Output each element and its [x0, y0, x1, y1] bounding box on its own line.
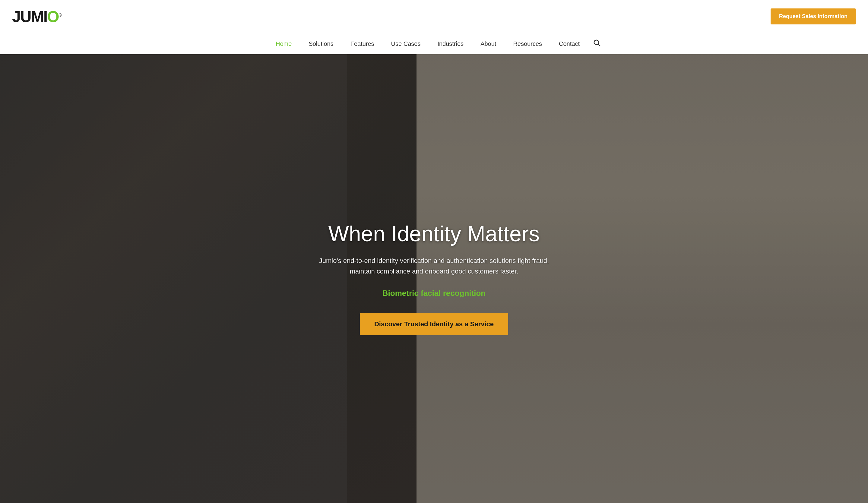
- nav-list: Home Solutions Features Use Cases Indust…: [267, 33, 588, 54]
- nav-item-home[interactable]: Home: [267, 33, 300, 54]
- request-sales-button[interactable]: Request Sales Information: [771, 9, 856, 24]
- nav-link-industries[interactable]: Industries: [429, 33, 472, 54]
- nav-item-contact[interactable]: Contact: [550, 33, 588, 54]
- hero-title: When Identity Matters: [310, 222, 558, 246]
- nav-link-resources[interactable]: Resources: [505, 33, 550, 54]
- hero-content: When Identity Matters Jumio's end-to-end…: [298, 222, 570, 336]
- search-icon[interactable]: [593, 39, 601, 49]
- nav-link-features[interactable]: Features: [342, 33, 383, 54]
- nav-item-industries[interactable]: Industries: [429, 33, 472, 54]
- nav-link-about[interactable]: About: [472, 33, 505, 54]
- nav-item-solutions[interactable]: Solutions: [300, 33, 342, 54]
- nav-item-resources[interactable]: Resources: [505, 33, 550, 54]
- svg-point-0: [594, 40, 599, 45]
- nav-item-features[interactable]: Features: [342, 33, 383, 54]
- nav-link-solutions[interactable]: Solutions: [300, 33, 342, 54]
- hero-cta-button[interactable]: Discover Trusted Identity as a Service: [360, 313, 508, 335]
- nav-link-contact[interactable]: Contact: [550, 33, 588, 54]
- main-nav: Home Solutions Features Use Cases Indust…: [0, 33, 868, 54]
- site-header: JUMIO® Request Sales Information: [0, 0, 868, 33]
- svg-line-1: [598, 44, 600, 46]
- hero-section: When Identity Matters Jumio's end-to-end…: [0, 54, 868, 503]
- header-right: Request Sales Information: [771, 9, 856, 24]
- hero-subtitle: Jumio's end-to-end identity verification…: [310, 255, 558, 276]
- nav-link-home[interactable]: Home: [267, 33, 300, 54]
- nav-link-use-cases[interactable]: Use Cases: [383, 33, 429, 54]
- nav-item-about[interactable]: About: [472, 33, 505, 54]
- nav-item-use-cases[interactable]: Use Cases: [383, 33, 429, 54]
- hero-feature-text: Biometric facial recognition: [310, 289, 558, 298]
- logo[interactable]: JUMIO®: [12, 9, 61, 24]
- logo-text: JUMIO®: [12, 9, 61, 24]
